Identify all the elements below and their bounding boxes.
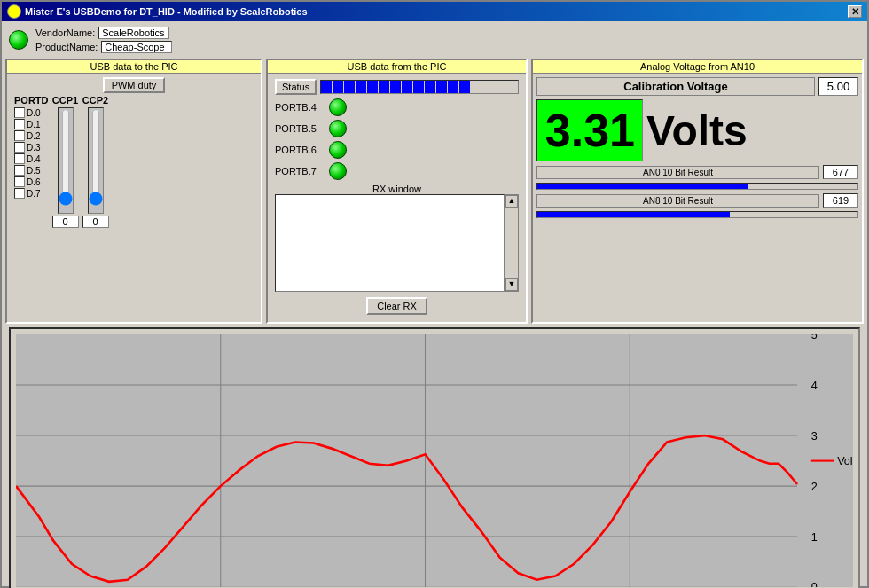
portb4-led (329, 98, 347, 116)
pin-d2-checkbox[interactable] (14, 130, 25, 141)
svg-text:2: 2 (811, 481, 818, 493)
pin-d2-label: D.2 (27, 131, 41, 141)
device-labels: VendorName: ScaleRobotics ProductName: C… (35, 27, 172, 53)
portb7-led (329, 162, 347, 180)
panel-left-header: USB data to the PIC (7, 60, 261, 74)
seg4 (356, 81, 366, 93)
rx-window-label: RX window (275, 184, 519, 194)
connection-led (9, 30, 28, 50)
rx-window-area: RX window ▲ ▼ (275, 184, 519, 292)
portd-pins: D.0 D.1 D.2 (14, 107, 41, 199)
pin-d6-checkbox[interactable] (14, 176, 25, 187)
seg8 (402, 81, 412, 93)
portb4-row: PORTB.4 (271, 97, 522, 118)
svg-text:4: 4 (811, 380, 818, 392)
ccp2-section: CCP2 0 (82, 95, 109, 228)
pin-d3-label: D.3 (27, 143, 41, 153)
portb5-led (329, 120, 347, 137)
portd-label: PORTD (14, 95, 49, 106)
pin-d3-checkbox[interactable] (14, 142, 25, 153)
seg2 (333, 81, 343, 93)
chart-svg: 5 4 3 2 1 0 Volts (16, 334, 853, 587)
seg1 (321, 81, 332, 93)
svg-text:Volts: Volts (837, 455, 853, 467)
pwm-button[interactable]: PWM duty (103, 77, 166, 93)
panel-mid-header: USB data from the PIC (268, 60, 526, 74)
seg5 (367, 81, 378, 93)
pin-d7-label: D.7 (27, 189, 41, 199)
seg12 (448, 81, 458, 93)
ccp1-slider[interactable] (58, 107, 74, 214)
status-row: Status (271, 77, 522, 97)
ccp2-slider[interactable] (88, 107, 104, 214)
voltage-unit: Volts (646, 106, 748, 155)
portb7-label: PORTB.7 (275, 166, 324, 176)
pin-d4: D.4 (14, 153, 41, 164)
status-button[interactable]: Status (275, 79, 317, 95)
panel-right-header: Analog Voltage from AN10 (533, 60, 862, 74)
seg7 (390, 81, 401, 93)
ccp1-label: CCP1 (52, 95, 78, 106)
pin-d3: D.3 (14, 142, 41, 153)
rx-textarea[interactable] (275, 194, 505, 292)
vendor-row: VendorName: ScaleRobotics (35, 27, 172, 39)
svg-text:0: 0 (811, 581, 818, 587)
pin-d4-checkbox[interactable] (14, 153, 25, 164)
portb6-led (329, 141, 347, 159)
rx-scrollbar[interactable]: ▲ ▼ (505, 194, 519, 292)
close-button[interactable]: ✕ (848, 5, 862, 18)
pin-d2: D.2 (14, 130, 41, 141)
analog-panel: Calibration Voltage 5.00 3.31 Volts AN0 … (533, 74, 862, 222)
pin-d4-label: D.4 (27, 154, 41, 164)
ccp2-label: CCP2 (82, 95, 108, 106)
product-row: ProductName: Cheap-Scope (35, 41, 172, 53)
seg10 (425, 81, 435, 93)
pin-d0-checkbox[interactable] (14, 107, 25, 118)
portb5-label: PORTB.5 (275, 123, 324, 134)
pin-d5: D.5 (14, 165, 41, 176)
scroll-up-button[interactable]: ▲ (505, 195, 518, 208)
pin-d1-checkbox[interactable] (14, 119, 25, 129)
chart-container: 5 4 3 2 1 0 Volts (9, 327, 860, 588)
product-label: ProductName: (35, 42, 98, 52)
ccp1-section: CCP1 0 (52, 95, 79, 228)
vendor-value: ScaleRobotics (98, 27, 169, 39)
pin-d0-label: D.0 (27, 108, 41, 118)
pin-d6-label: D.6 (27, 177, 41, 187)
svg-rect-0 (16, 334, 853, 587)
title-bar-left: Mister E's USBDemo for DT_HID - Modified… (7, 4, 308, 19)
clear-rx-button[interactable]: Clear RX (366, 297, 427, 315)
pin-d0: D.0 (14, 107, 41, 118)
seg11 (436, 81, 447, 93)
ccp1-range-input[interactable] (58, 108, 74, 206)
an0-progress-bar (536, 183, 858, 190)
title-bar: Mister E's USBDemo for DT_HID - Modified… (2, 2, 867, 21)
portb6-row: PORTB.6 (271, 139, 522, 161)
status-progress-bar (320, 80, 519, 94)
seg3 (344, 81, 355, 93)
pin-d7-checkbox[interactable] (14, 188, 25, 199)
panel-usb-from-pic: USB data from the PIC Status (266, 59, 528, 324)
calib-value: 5.00 (818, 77, 858, 96)
pin-d1: D.1 (14, 119, 41, 129)
portb5-row: PORTB.5 (271, 118, 522, 139)
seg13 (459, 81, 470, 93)
seg9 (413, 81, 424, 93)
panel-left-content: PWM duty PORTD D.0 (7, 74, 261, 233)
portd-ccp-row: PORTD D.0 D.1 (11, 93, 257, 230)
an0-row: AN0 10 Bit Result 677 (536, 165, 858, 179)
main-content: VendorName: ScaleRobotics ProductName: C… (2, 21, 867, 588)
ccp2-range-input[interactable] (88, 108, 104, 206)
vendor-label: VendorName: (35, 27, 95, 38)
an0-value: 677 (823, 165, 858, 179)
portd-section: PORTD D.0 D.1 (14, 95, 49, 228)
scroll-down-button[interactable]: ▼ (505, 278, 518, 291)
svg-text:1: 1 (811, 531, 818, 544)
app-icon (7, 4, 21, 19)
seg6 (379, 81, 389, 93)
pin-d1-label: D.1 (27, 120, 41, 129)
panel-analog: Analog Voltage from AN10 Calibration Vol… (531, 59, 864, 324)
pin-d5-checkbox[interactable] (14, 165, 25, 176)
an0-label: AN0 10 Bit Result (536, 166, 819, 179)
portb6-label: PORTB.6 (275, 145, 324, 155)
